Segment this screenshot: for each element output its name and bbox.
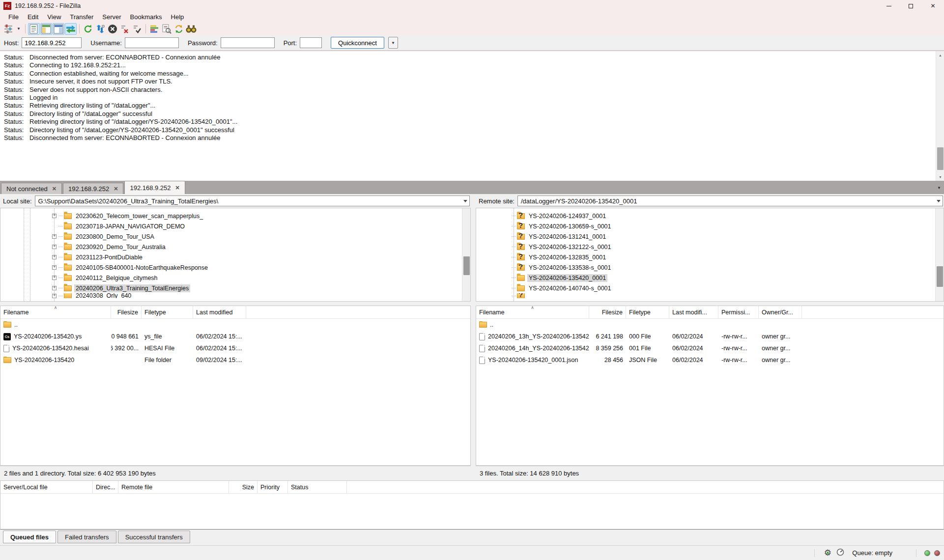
column-header-filesize[interactable]: Filesize [111,306,142,318]
local-tree-item[interactable]: 20230718-JAPAN_NAVIGATOR_DEMO [0,221,470,231]
remote-site-combo[interactable]: /dataLogger/YS-20240206-135420_0001 [517,196,943,206]
host-input[interactable] [22,37,82,48]
local-tree-scrollbar[interactable] [462,208,470,301]
local-tree-item[interactable]: 20240308_Orly_640 [0,293,470,298]
site-manager-dropdown-icon[interactable]: ▼ [15,27,23,31]
menu-transfer[interactable]: Transfer [65,13,98,21]
username-input[interactable] [125,37,179,48]
toggle-local-tree-icon[interactable] [40,23,52,35]
pane-splitter[interactable] [0,302,471,306]
menu-server[interactable]: Server [98,13,125,21]
menu-view[interactable]: View [43,13,65,21]
toggle-queue-icon[interactable] [65,23,77,35]
server-tab-2-active[interactable]: 192.168.9.252✕ [124,181,185,194]
toggle-remote-tree-icon[interactable] [53,23,64,35]
file-row[interactable]: YS-20240206-135420 File folder 09/02/202… [0,354,470,366]
site-manager-icon[interactable] [2,23,14,35]
local-tree-item[interactable]: 20231123-PontDuDiable [0,252,470,262]
filter-icon[interactable] [161,23,172,35]
expander-plus-icon[interactable] [52,234,57,239]
log-scrollbar-thumb[interactable] [937,147,944,170]
remote-tree-item[interactable]: YS-20240206-124937_0001 [476,211,944,221]
synchronized-browsing-icon[interactable] [173,23,185,35]
expander-plus-icon[interactable] [52,245,57,249]
local-tree-item[interactable]: 20230620_Telecom_tower_scan_mapperplus_ [0,211,470,221]
local-tree-item[interactable]: 20230920_Demo_Tour_Australia [0,242,470,252]
local-tree-item[interactable]: 20230800_Demo_Tour_USA [0,231,470,242]
quickconnect-dropdown-icon[interactable]: ▼ [388,37,398,49]
column-header-server-local-file[interactable]: Server/Local file [0,481,93,493]
column-header-last-modified[interactable]: Last modifi... [669,306,718,318]
process-queue-icon[interactable] [94,23,106,35]
minimize-button[interactable] [878,0,900,12]
remote-tree-scrollbar[interactable] [935,208,944,301]
column-header-status[interactable]: Status [288,481,347,493]
find-files-icon[interactable] [185,23,197,35]
file-row[interactable]: .. [476,319,944,331]
tab-failed-transfers[interactable]: Failed transfers [57,531,116,543]
tab-list-dropdown-icon[interactable]: ▼ [937,186,941,190]
reconnect-icon[interactable] [131,23,143,35]
file-row[interactable]: 20240206_14h_YS-20240206-135420.001 8 35… [476,342,944,354]
column-header-priority[interactable]: Priority [257,481,288,493]
expander-plus-icon[interactable] [52,214,57,218]
file-row[interactable]: .. [0,319,470,331]
chevron-down-icon[interactable] [934,196,943,206]
scroll-down-icon[interactable]: ▼ [936,173,944,181]
local-tree-item-selected[interactable]: 20240206_Ultra3_Training_TotalEnergies [0,283,470,293]
maximize-button[interactable] [900,0,922,12]
local-tree-item[interactable]: 20240112_Belgique_citymesh [0,273,470,283]
file-row[interactable]: 20240206_13h_YS-20240206-135420.000 6 24… [476,331,944,342]
disconnect-icon[interactable] [119,23,131,35]
tab-successful-transfers[interactable]: Successful transfers [118,531,190,543]
column-header-remote-file[interactable]: Remote file [118,481,229,493]
server-tab-not-connected[interactable]: Not connected✕ [1,183,62,194]
close-button[interactable]: ✕ [922,0,944,12]
remote-tree-item[interactable]: YS-20240206-131241_0001 [476,231,944,242]
menu-edit[interactable]: Edit [23,13,43,21]
column-header-direction[interactable]: Direc... [93,481,118,493]
port-input[interactable] [300,37,322,48]
column-header-owner-group[interactable]: Owner/Gr... [759,306,802,318]
local-site-combo[interactable]: G:\Support\DataSets\20240206_Ultra3_Trai… [35,196,470,206]
column-header-filetype[interactable]: Filetype [626,306,669,318]
tab-queued-files[interactable]: Queued files [3,531,56,543]
scroll-up-icon[interactable]: ▲ [936,51,944,59]
tab-close-icon[interactable]: ✕ [175,185,180,191]
column-header-permissions[interactable]: Permissi... [718,306,759,318]
password-input[interactable] [221,37,275,48]
expander-plus-icon[interactable] [52,276,57,280]
column-header-filename[interactable]: ∧Filename [476,306,589,318]
toggle-log-icon[interactable] [28,23,40,35]
cancel-icon[interactable] [107,23,118,35]
remote-tree-item[interactable]: YS-20240206-133538-s_0001 [476,262,944,273]
log-scrollbar[interactable]: ▲ ▼ [936,51,944,181]
file-row[interactable]: YS-20240206-135420_0001.json 28 456 JSON… [476,354,944,366]
column-header-last-modified[interactable]: Last modified [193,306,246,318]
expander-plus-icon[interactable] [52,255,57,259]
remote-tree-item[interactable]: YS-20240206-132122-s_0001 [476,242,944,252]
menu-help[interactable]: Help [167,13,189,21]
remote-tree-item[interactable]: YS-20240206-132835_0001 [476,252,944,262]
remote-tree-scrollbar-thumb[interactable] [937,266,943,287]
remote-tree-item[interactable]: YS-20240206-130659-s_0001 [476,221,944,231]
column-header-filesize[interactable]: Filesize [589,306,626,318]
server-tab-1[interactable]: 192.168.9.252✕ [63,183,123,194]
tab-close-icon[interactable]: ✕ [52,186,57,192]
tab-close-icon[interactable]: ✕ [114,186,118,192]
menu-file[interactable]: File [4,13,23,21]
menu-bookmarks[interactable]: Bookmarks [126,13,167,21]
directory-comparison-icon[interactable] [148,23,160,35]
remote-tree-item[interactable]: YS-20240206-140740-s_0001 [476,283,944,293]
expander-plus-icon[interactable] [52,294,57,298]
column-header-filetype[interactable]: Filetype [142,306,193,318]
speed-limits-icon[interactable] [836,548,844,558]
pane-splitter[interactable] [476,302,944,306]
pane-divider[interactable] [471,194,476,480]
column-header-size[interactable]: Size [229,481,257,493]
chevron-down-icon[interactable] [461,196,469,206]
local-tree-scrollbar-thumb[interactable] [463,256,470,275]
auto-transfer-mode-icon[interactable]: ⚙A [823,548,832,558]
file-row[interactable]: YS-20240206-135420.hesai 6 392 00... HES… [0,342,470,354]
local-tree-item[interactable]: 20240105-SB400001-NotoEarthquakeResponse [0,262,470,273]
